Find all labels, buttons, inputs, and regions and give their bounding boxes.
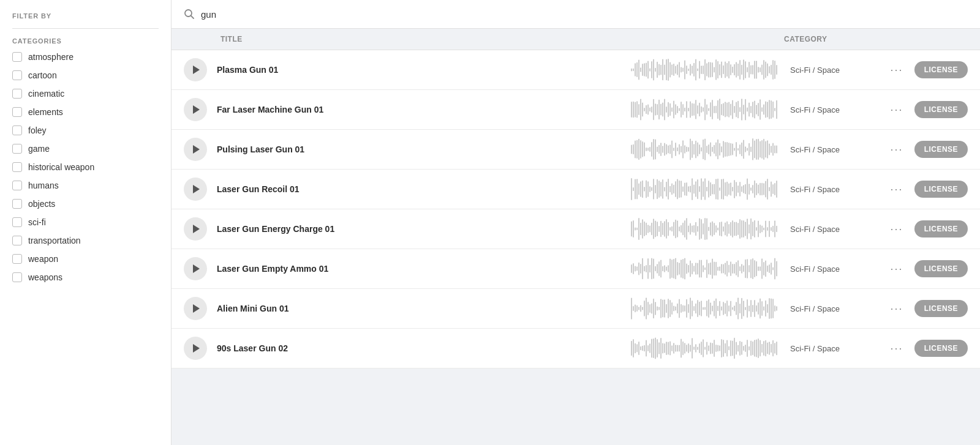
svg-rect-315 — [765, 181, 766, 198]
svg-rect-303 — [743, 185, 744, 193]
track-actions-8: ···LICENSE — [894, 340, 968, 357]
category-item-atmosphere[interactable]: atmosphere — [12, 52, 159, 62]
waveform-3[interactable] — [625, 137, 784, 162]
license-button-4[interactable]: LICENSE — [914, 181, 968, 198]
license-button-6[interactable]: LICENSE — [914, 260, 968, 277]
category-label-sci-fi: sci-fi — [28, 217, 46, 227]
svg-rect-250 — [646, 180, 647, 198]
svg-rect-47 — [714, 67, 715, 72]
svg-rect-208 — [715, 143, 717, 157]
category-item-weapons[interactable]: weapons — [12, 272, 159, 282]
checkbox-objects[interactable] — [12, 199, 22, 209]
license-button-2[interactable]: LICENSE — [914, 101, 968, 118]
svg-rect-538 — [734, 305, 735, 311]
svg-rect-102 — [668, 102, 669, 118]
more-options-button-2[interactable]: ··· — [887, 101, 907, 119]
svg-rect-554 — [763, 307, 764, 311]
svg-rect-292 — [723, 179, 724, 200]
svg-rect-185 — [673, 148, 674, 151]
checkbox-elements[interactable] — [12, 107, 22, 117]
svg-rect-321 — [776, 181, 777, 198]
checkbox-atmosphere[interactable] — [12, 52, 22, 62]
svg-rect-309 — [754, 181, 755, 198]
checkbox-humans[interactable] — [12, 181, 22, 190]
svg-rect-160 — [774, 108, 775, 111]
play-button-1[interactable] — [184, 58, 207, 81]
svg-rect-209 — [717, 140, 718, 160]
checkbox-historical-weapon[interactable] — [12, 162, 22, 172]
play-button-4[interactable] — [184, 178, 207, 201]
license-button-7[interactable]: LICENSE — [914, 300, 968, 317]
svg-rect-367 — [714, 223, 715, 235]
checkbox-weapons[interactable] — [12, 272, 22, 282]
play-button-3[interactable] — [184, 138, 207, 161]
license-button-5[interactable]: LICENSE — [914, 220, 968, 237]
play-button-7[interactable] — [184, 297, 207, 320]
svg-rect-458 — [734, 264, 735, 274]
waveform-8[interactable] — [625, 336, 784, 361]
more-options-button-5[interactable]: ··· — [887, 220, 907, 238]
svg-rect-382 — [741, 220, 742, 238]
checkbox-game[interactable] — [12, 144, 22, 154]
license-button-8[interactable]: LICENSE — [914, 340, 968, 357]
play-button-8[interactable] — [184, 337, 207, 360]
category-item-game[interactable]: game — [12, 144, 159, 154]
checkbox-cinematic[interactable] — [12, 89, 22, 99]
waveform-2[interactable] — [625, 97, 784, 122]
license-button-3[interactable]: LICENSE — [914, 141, 968, 158]
svg-rect-254 — [653, 179, 654, 200]
svg-rect-246 — [638, 183, 639, 195]
svg-rect-316 — [767, 179, 768, 200]
svg-rect-608 — [715, 345, 717, 352]
category-item-weapon[interactable]: weapon — [12, 254, 159, 264]
svg-rect-56 — [730, 64, 731, 75]
category-item-sci-fi[interactable]: sci-fi — [12, 217, 159, 227]
svg-rect-125 — [710, 102, 711, 117]
svg-rect-467 — [750, 259, 752, 278]
waveform-7[interactable] — [625, 296, 784, 321]
checkbox-weapon[interactable] — [12, 254, 22, 264]
waveform-5[interactable] — [625, 217, 784, 241]
category-item-cartoon[interactable]: cartoon — [12, 70, 159, 80]
svg-rect-468 — [752, 258, 753, 279]
svg-rect-84 — [635, 102, 636, 117]
svg-rect-54 — [726, 63, 728, 77]
checkbox-foley[interactable] — [12, 125, 22, 135]
svg-rect-121 — [703, 107, 704, 111]
svg-rect-13 — [651, 61, 652, 78]
play-button-6[interactable] — [184, 257, 207, 280]
svg-rect-270 — [682, 187, 684, 192]
play-button-2[interactable] — [184, 98, 207, 121]
checkbox-sci-fi[interactable] — [12, 217, 22, 227]
category-item-humans[interactable]: humans — [12, 181, 159, 190]
more-options-button-1[interactable]: ··· — [887, 61, 907, 79]
svg-rect-350 — [682, 223, 684, 235]
svg-rect-581 — [666, 342, 667, 355]
svg-rect-641 — [776, 342, 777, 355]
svg-rect-302 — [741, 186, 742, 192]
play-button-5[interactable] — [184, 217, 207, 241]
category-item-cinematic[interactable]: cinematic — [12, 89, 159, 99]
more-options-button-3[interactable]: ··· — [887, 141, 907, 159]
category-item-objects[interactable]: objects — [12, 199, 159, 209]
checkbox-transportation[interactable] — [12, 236, 22, 245]
more-options-button-7[interactable]: ··· — [887, 300, 907, 318]
svg-rect-207 — [714, 145, 715, 154]
more-options-button-6[interactable]: ··· — [887, 260, 907, 278]
checkbox-cartoon[interactable] — [12, 70, 22, 80]
category-item-elements[interactable]: elements — [12, 107, 159, 117]
category-item-historical-weapon[interactable]: historical weapon — [12, 162, 159, 172]
license-button-1[interactable]: LICENSE — [914, 61, 968, 78]
search-input[interactable] — [201, 9, 385, 20]
svg-rect-423 — [669, 259, 671, 279]
more-options-button-8[interactable]: ··· — [887, 340, 907, 357]
category-item-foley[interactable]: foley — [12, 125, 159, 135]
waveform-1[interactable] — [625, 58, 784, 82]
waveform-6[interactable] — [625, 256, 784, 281]
svg-rect-307 — [750, 187, 752, 191]
waveform-4[interactable] — [625, 177, 784, 201]
svg-rect-78 — [771, 65, 772, 75]
category-item-transportation[interactable]: transportation — [12, 236, 159, 245]
more-options-button-4[interactable]: ··· — [887, 181, 907, 198]
tracks-list: Plasma Gun 01Sci-Fi / Space···LICENSEFar… — [172, 50, 980, 368]
